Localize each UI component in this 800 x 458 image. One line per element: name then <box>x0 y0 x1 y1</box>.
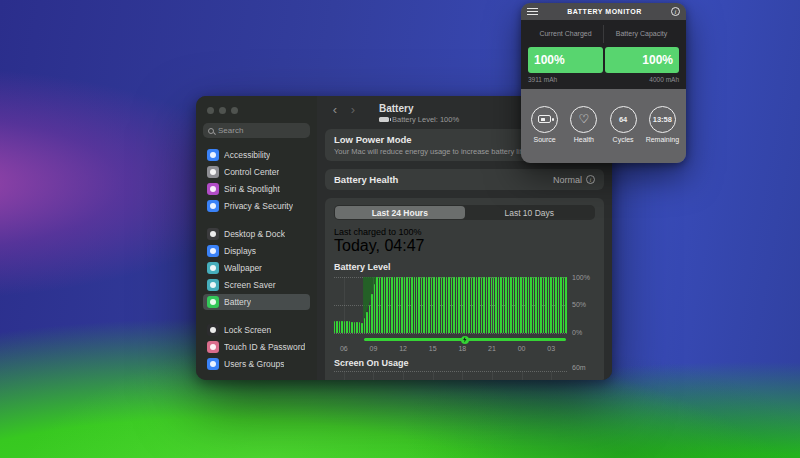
sidebar-item-icon <box>207 262 219 274</box>
zoom-button[interactable] <box>231 107 238 114</box>
search-input[interactable] <box>218 126 305 135</box>
sidebar-item-users-groups[interactable]: Users & Groups <box>203 356 310 372</box>
sidebar-item-displays[interactable]: Displays <box>203 243 310 259</box>
info-icon[interactable]: i <box>586 175 595 184</box>
widget-body: Current Charged Battery Capacity 100% 10… <box>521 20 686 89</box>
window-controls <box>203 104 310 123</box>
stat-health: ♡ Health <box>564 106 603 143</box>
battery-level-section-title: Battery Level <box>334 262 595 272</box>
widget-title: BATTERY MONITOR <box>538 8 671 15</box>
battery-level-chart: 100% 50% 0% <box>334 277 595 333</box>
sidebar-item-lock-screen[interactable]: Lock Screen <box>203 322 310 338</box>
vertical-gridline <box>344 372 345 380</box>
battery-level-plot <box>334 277 567 333</box>
vertical-gridline <box>551 372 552 380</box>
vertical-gridline <box>403 372 404 380</box>
sidebar-item-accessibility[interactable]: Accessibility <box>203 147 310 163</box>
stat-source-label: Source <box>534 136 556 143</box>
sidebar-item-icon <box>207 228 219 240</box>
widget-stats-row: Source ♡ Health 64 Cycles 13:58 Remainin… <box>521 89 686 163</box>
cycles-value: 64 <box>610 106 637 133</box>
time-range-segmented-control: Last 24 Hours Last 10 Days <box>334 205 595 220</box>
sidebar-item-siri-spotlight[interactable]: Siri & Spotlight <box>203 181 310 197</box>
search-field[interactable] <box>203 123 310 138</box>
charging-period-bar <box>364 338 566 341</box>
sidebar-item-icon <box>207 296 219 308</box>
gridline-0 <box>334 333 567 334</box>
x-tick-label: 18 <box>458 345 466 352</box>
charging-period-row <box>334 336 567 343</box>
sidebar-item-label: Siri & Spotlight <box>224 184 280 194</box>
current-charged-label: Current Charged <box>528 25 604 43</box>
stat-cycles: 64 Cycles <box>604 106 643 143</box>
heart-icon: ♡ <box>578 113 589 125</box>
sidebar-item-label: Screen Saver <box>224 280 276 290</box>
tab-last-10-days[interactable]: Last 10 Days <box>465 206 595 219</box>
sidebar-item-desktop-dock[interactable]: Desktop & Dock <box>203 226 310 242</box>
forward-button[interactable]: › <box>347 103 359 116</box>
y-tick-100: 100% <box>572 274 590 281</box>
battery-monitor-widget: BATTERY MONITOR i Current Charged Batter… <box>521 3 686 163</box>
sidebar-item-label: Control Center <box>224 167 279 177</box>
battery-health-card: Battery Health Normal i <box>325 169 604 190</box>
remaining-value: 13:58 <box>649 106 676 133</box>
current-charged-mah: 3911 mAh <box>528 76 557 83</box>
sidebar-item-label: Touch ID & Password <box>224 342 305 352</box>
y-tick-0: 0% <box>572 329 582 336</box>
sidebar-item-icon <box>207 183 219 195</box>
sidebar-item-icon <box>207 200 219 212</box>
vertical-gridline <box>462 372 463 380</box>
sidebar-item-battery[interactable]: Battery <box>203 294 310 310</box>
battery-capacity-bar: 100% <box>605 47 680 73</box>
sidebar-item-screen-saver[interactable]: Screen Saver <box>203 277 310 293</box>
battery-capacity-label: Battery Capacity <box>604 25 679 43</box>
x-axis-ticks: 0609121518210003 <box>334 343 567 354</box>
sidebar-item-label: Desktop & Dock <box>224 229 285 239</box>
sidebar-item-icon <box>207 245 219 257</box>
battery-health-label: Battery Health <box>334 174 398 185</box>
y-axis-labels: 100% 50% 0% <box>567 277 595 333</box>
sidebar-item-label: Battery <box>224 297 251 307</box>
sidebar-item-icon <box>207 324 219 336</box>
x-tick-label: 03 <box>547 345 555 352</box>
sidebar-item-icon <box>207 166 219 178</box>
sidebar-item-touch-id-password[interactable]: Touch ID & Password <box>203 339 310 355</box>
x-tick-label: 21 <box>488 345 496 352</box>
stat-remaining-label: Remaining <box>646 136 679 143</box>
desktop: AccessibilityControl CenterSiri & Spotli… <box>0 0 800 458</box>
back-button[interactable]: ‹ <box>329 103 341 116</box>
sidebar-item-control-center[interactable]: Control Center <box>203 164 310 180</box>
sidebar-item-label: Users & Groups <box>224 359 284 369</box>
battery-capacity-mah: 4000 mAh <box>649 76 679 83</box>
screen-on-usage-chart <box>334 371 595 380</box>
screen-on-plot <box>334 371 567 380</box>
sidebar-item-label: Wallpaper <box>224 263 262 273</box>
sidebar-item-icon <box>207 358 219 370</box>
current-charged-bar: 100% <box>528 47 603 73</box>
sidebar-item-label: Accessibility <box>224 150 270 160</box>
x-tick-label: 00 <box>518 345 526 352</box>
battery-icon <box>538 115 551 123</box>
search-icon <box>208 128 214 134</box>
vertical-gridline <box>433 372 434 380</box>
sidebar-item-privacy-security[interactable]: Privacy & Security <box>203 198 310 214</box>
minimize-button[interactable] <box>219 107 226 114</box>
x-tick-label: 06 <box>340 345 348 352</box>
sidebar-item-label: Lock Screen <box>224 325 271 335</box>
close-button[interactable] <box>207 107 214 114</box>
battery-icon <box>379 117 389 122</box>
stat-cycles-label: Cycles <box>613 136 634 143</box>
sidebar-nav: AccessibilityControl CenterSiri & Spotli… <box>203 147 310 372</box>
tab-last-24-hours[interactable]: Last 24 Hours <box>335 206 465 219</box>
sidebar-item-label: Displays <box>224 246 256 256</box>
hamburger-icon[interactable] <box>527 8 538 15</box>
sidebar-item-wallpaper[interactable]: Wallpaper <box>203 260 310 276</box>
x-tick-label: 15 <box>429 345 437 352</box>
info-icon[interactable]: i <box>671 7 680 16</box>
page-title-block: Battery Battery Level: 100% <box>379 103 459 124</box>
sidebar-item-icon <box>207 149 219 161</box>
x-tick-label: 09 <box>370 345 378 352</box>
sidebar-item-label: Privacy & Security <box>224 201 293 211</box>
battery-level-bars <box>334 277 567 333</box>
stat-health-label: Health <box>574 136 594 143</box>
